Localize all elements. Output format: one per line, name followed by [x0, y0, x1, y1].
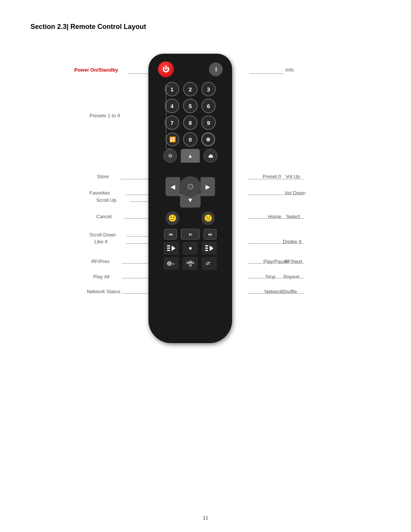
network-icon	[186, 260, 194, 267]
dpad-left-button[interactable]: ◀	[166, 177, 180, 196]
section-title: Section 2.3| Remote Control Layout	[30, 23, 381, 31]
label-scroll-down: Scroll Down	[89, 232, 116, 238]
line-dislike-it	[247, 243, 304, 244]
presets-bracket	[166, 86, 171, 149]
svg-text:⇄: ⇄	[206, 260, 210, 266]
num-row-3: 7 8 9	[165, 115, 216, 130]
play-all-button[interactable]	[164, 242, 179, 255]
label-play-all: Play All	[93, 274, 110, 280]
label-store: Store	[97, 174, 109, 179]
transport-row-2: ■ ↺	[164, 242, 217, 255]
label-power: Power On/Standby	[74, 67, 118, 73]
svg-rect-4	[205, 245, 208, 246]
svg-line-17	[190, 262, 193, 264]
svg-text:①: ①	[172, 262, 175, 266]
num9-button[interactable]: 9	[201, 115, 216, 130]
prev-button[interactable]: ⏮	[164, 229, 177, 240]
label-like-it: Like It	[94, 239, 108, 244]
num-row-1: 1 2 3	[165, 82, 216, 96]
stop-icon: ■	[189, 246, 191, 251]
page-container: Section 2.3| Remote Control Layout Power…	[0, 0, 411, 532]
svg-rect-0	[167, 245, 170, 246]
page-number: 11	[203, 515, 208, 521]
label-favorites: Favorites	[89, 190, 110, 196]
like-icon: 🙂	[168, 214, 177, 222]
svg-rect-13	[190, 261, 191, 262]
line-select	[247, 218, 304, 219]
preset-add-button[interactable]: ⊕	[201, 133, 215, 146]
line-repeat	[247, 278, 304, 278]
repeat-icon: ↺	[205, 245, 213, 252]
scroll-up-button[interactable]: ▲	[181, 149, 200, 163]
dpad-right-button[interactable]: ▶	[201, 177, 215, 196]
play-all-icon	[167, 245, 175, 252]
center-icon: ⊙	[187, 182, 194, 192]
num0-button[interactable]: 0	[183, 132, 198, 147]
label-preset0: Preset 0	[263, 174, 281, 179]
line-info	[249, 73, 284, 74]
like-button[interactable]: 🙂	[166, 211, 179, 225]
power-icon: ⏻	[162, 66, 169, 73]
shuffle-icon: ⇄	[205, 260, 213, 267]
num-row-2: 4 5 6	[165, 99, 216, 113]
label-network-status: Network Status	[87, 289, 120, 294]
network-status-icon: ①	[167, 260, 175, 267]
svg-rect-15	[190, 265, 191, 266]
label-presets: Presets 1 to 9	[89, 113, 120, 118]
line-vol-up	[247, 179, 304, 179]
svg-text:↺: ↺	[210, 246, 212, 248]
power-button[interactable]: ⏻	[158, 61, 174, 77]
diagram-area: Power On/Standby Presets 1 to 9 Store Fa…	[30, 46, 381, 389]
network-status-button[interactable]: ①	[164, 257, 179, 270]
info-icon: ℹ	[215, 66, 217, 72]
dpad-center-button[interactable]: ⊙	[179, 176, 201, 197]
favorites-icon: ☆	[168, 153, 173, 159]
line-ff-next	[247, 263, 304, 264]
label-scroll-up: Scroll Up	[96, 197, 116, 203]
label-vol-up: Vol Up	[285, 174, 300, 179]
svg-rect-5	[205, 248, 208, 249]
label-repeat: Repeat	[284, 274, 299, 280]
preset-add-icon: ⊕	[206, 136, 210, 142]
top-button-row: ⏻ ℹ	[154, 61, 226, 77]
left-arrow-icon: ◀	[170, 183, 175, 190]
info-button[interactable]: ℹ	[209, 62, 223, 76]
like-dislike-row: 🙂 🙁	[166, 211, 215, 225]
stop-button[interactable]: ■	[183, 242, 198, 255]
dislike-button[interactable]: 🙁	[201, 211, 215, 225]
line-shuffle	[247, 293, 304, 294]
up-arrow-icon: ▲	[188, 153, 193, 159]
num6-button[interactable]: 6	[201, 99, 216, 113]
eject-icon: ⏏	[208, 153, 213, 159]
label-info: Info	[285, 67, 294, 73]
network-button[interactable]	[183, 257, 198, 270]
store-zero-row: 🔁 0 ⊕	[166, 132, 215, 147]
remote-control: ⏻ ℹ 1 2 3 4 5 6 7 8 9	[148, 54, 232, 343]
label-rf-prev: RF/Prev	[91, 259, 110, 264]
line-vol-down	[247, 195, 304, 195]
play-pause-button[interactable]: ⏯	[181, 229, 200, 240]
shuffle-button[interactable]: ⇄	[202, 257, 217, 270]
favorites-row: ☆ ▲ ⏏	[163, 149, 217, 163]
favorites-button[interactable]: ☆	[163, 149, 177, 163]
transport-row-1: ⏮ ⏯ ⏭	[164, 229, 217, 240]
repeat-button[interactable]: ↺	[202, 242, 217, 255]
eject-button[interactable]: ⏏	[204, 149, 217, 163]
next-button[interactable]: ⏭	[204, 229, 217, 240]
label-stop: Stop	[265, 274, 276, 280]
bottom-row-3: ① ⇄	[164, 257, 217, 270]
svg-marker-3	[172, 246, 175, 251]
num2-button[interactable]: 2	[183, 82, 198, 96]
dislike-icon: 🙁	[204, 214, 212, 222]
label-cancel: Cancel	[96, 214, 112, 219]
down-arrow-icon: ▼	[187, 197, 193, 204]
num5-button[interactable]: 5	[183, 99, 198, 113]
num8-button[interactable]: 8	[183, 115, 198, 130]
num3-button[interactable]: 3	[201, 82, 216, 96]
svg-rect-1	[167, 248, 170, 249]
dpad-area: ◀ ▶ ▼ ⊙	[166, 166, 215, 208]
svg-rect-6	[205, 250, 208, 251]
right-arrow-icon: ▶	[206, 183, 210, 190]
svg-rect-2	[167, 250, 170, 251]
